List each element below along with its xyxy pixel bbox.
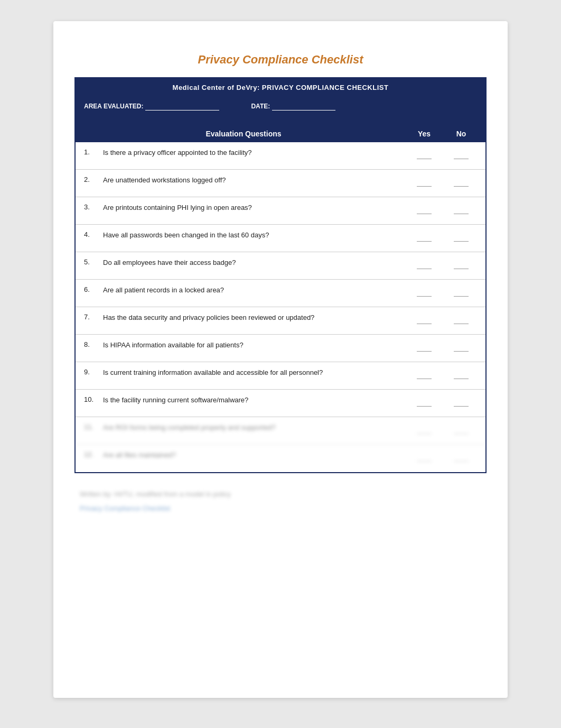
yes-checkbox[interactable] (403, 395, 445, 407)
area-field[interactable] (145, 102, 219, 110)
yes-checkbox[interactable] (403, 202, 445, 214)
no-checkbox[interactable] (445, 175, 477, 187)
question-number: 7. (84, 312, 103, 321)
question-text: Are printouts containing PHI lying in op… (103, 202, 403, 213)
question-number: 12. (84, 450, 103, 458)
yes-checkbox[interactable] (403, 285, 445, 297)
question-number: 3. (84, 202, 103, 211)
yes-checkbox[interactable] (403, 257, 445, 269)
question-number: 2. (84, 175, 103, 183)
table-row: 10. Is the facility running current soft… (76, 390, 485, 417)
yes-checkbox[interactable] (403, 148, 445, 159)
page-title: Privacy Compliance Checklist (74, 53, 487, 67)
no-checkbox[interactable] (445, 285, 477, 297)
yes-checkbox[interactable] (403, 312, 445, 324)
question-number: 9. (84, 367, 103, 376)
question-text: Are unattended workstations logged off? (103, 175, 403, 186)
column-headers: Evaluation Questions Yes No (76, 121, 485, 142)
table-row: 3. Are printouts containing PHI lying in… (76, 197, 485, 225)
col-no-header: No (445, 130, 477, 138)
table-row: 4. Have all passwords been changed in th… (76, 225, 485, 252)
question-text: Has the data security and privacy polici… (103, 312, 403, 323)
table-row: 7. Has the data security and privacy pol… (76, 307, 485, 335)
question-number: 8. (84, 340, 103, 348)
no-checkbox[interactable] (445, 422, 477, 434)
yes-checkbox[interactable] (403, 450, 445, 462)
no-checkbox[interactable] (445, 148, 477, 159)
no-checkbox[interactable] (445, 450, 477, 462)
table-row: 6. Are all patient records in a locked a… (76, 280, 485, 307)
question-number: 5. (84, 257, 103, 266)
page-container: Privacy Compliance Checklist Medical Cen… (53, 21, 508, 698)
yes-checkbox[interactable] (403, 367, 445, 379)
no-checkbox[interactable] (445, 202, 477, 214)
yes-checkbox[interactable] (403, 340, 445, 352)
question-text: Do all employees have their access badge… (103, 257, 403, 268)
footer-section: Written by: HI/TU, modified from a model… (74, 490, 487, 512)
question-number: 10. (84, 395, 103, 403)
yes-checkbox[interactable] (403, 230, 445, 242)
question-number: 11. (84, 422, 103, 431)
question-text: Have all passwords been changed in the l… (103, 230, 403, 241)
table-row: 9. Is current training information avail… (76, 362, 485, 390)
question-number: 6. (84, 285, 103, 293)
no-checkbox[interactable] (445, 257, 477, 269)
table-row: 12. Are all files maintained? (76, 445, 485, 472)
table-row: 2. Are unattended workstations logged of… (76, 170, 485, 197)
question-number: 1. (84, 148, 103, 156)
question-number: 4. (84, 230, 103, 238)
checklist-table: Medical Center of DeVry: PRIVACY COMPLIA… (74, 77, 487, 473)
yes-checkbox[interactable] (403, 422, 445, 434)
question-text: Is the facility running current software… (103, 395, 403, 406)
doc-title: Medical Center of DeVry: PRIVACY COMPLIA… (76, 78, 485, 97)
area-date-row: AREA EVALUATED: DATE: (76, 97, 485, 121)
question-text: Is there a privacy officer appointed to … (103, 148, 403, 158)
footer-link[interactable]: Privacy Compliance Checklist (80, 504, 481, 512)
yes-checkbox[interactable] (403, 175, 445, 187)
question-text: Are ROI forms being completed properly a… (103, 422, 403, 433)
table-row: 5. Do all employees have their access ba… (76, 252, 485, 280)
no-checkbox[interactable] (445, 395, 477, 407)
question-text: Are all files maintained? (103, 450, 403, 460)
no-checkbox[interactable] (445, 312, 477, 324)
no-checkbox[interactable] (445, 230, 477, 242)
col-yes-header: Yes (403, 130, 445, 138)
date-field[interactable] (272, 102, 335, 110)
question-text: Is HIPAA information available for all p… (103, 340, 403, 351)
col-question-header: Evaluation Questions (84, 130, 403, 138)
area-label: AREA EVALUATED: (84, 102, 219, 110)
question-text: Is current training information availabl… (103, 367, 403, 378)
no-checkbox[interactable] (445, 367, 477, 379)
date-label: DATE: (251, 102, 335, 110)
question-text: Are all patient records in a locked area… (103, 285, 403, 296)
no-checkbox[interactable] (445, 340, 477, 352)
table-row: 11. Are ROI forms being completed proper… (76, 417, 485, 445)
table-row: 8. Is HIPAA information available for al… (76, 335, 485, 362)
footer-text: Written by: HI/TU, modified from a model… (80, 490, 481, 498)
table-row: 1. Is there a privacy officer appointed … (76, 142, 485, 170)
questions-body: 1. Is there a privacy officer appointed … (76, 142, 485, 472)
